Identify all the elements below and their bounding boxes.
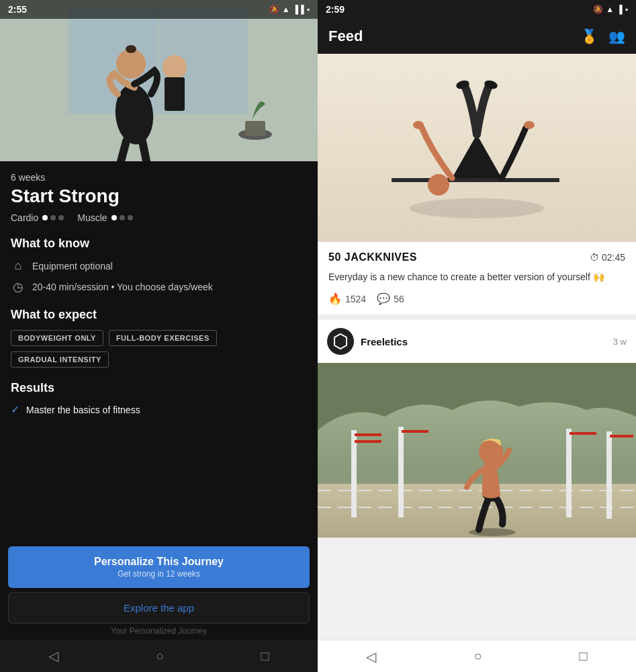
feed-divider [318,314,636,320]
workout-name: 50 JACKKNIVES [328,251,417,263]
svg-rect-30 [566,429,572,517]
what-to-expect-title: What to expect [11,308,307,322]
cardio-label: Cardio [11,212,38,223]
clock-icon: ◷ [11,280,26,294]
what-to-know-title: What to know [11,237,307,251]
tag-gradual: GRADUAL INTENSITY [11,351,109,368]
journey-hint: Your Personalized Journey [8,624,310,640]
workout-description: Everyday is a new chance to create a bet… [328,270,625,284]
svg-point-15 [428,174,449,196]
left-bottom-nav: ◁ ○ □ [0,640,318,672]
right-status-bar: 2:59 🔕 ▲ ▐ ▪ [318,0,636,19]
feed-scroll[interactable]: 50 JACKKNIVES ⏱ 02:45 Everyday is a new … [318,54,636,640]
workout-card: 50 JACKKNIVES ⏱ 02:45 Everyday is a new … [318,242,636,314]
feed-hero-placeholder [318,54,636,242]
comment-icon: 💬 [377,292,390,305]
medal-icon[interactable]: 🏅 [581,28,598,44]
svg-rect-33 [610,435,633,437]
explore-button[interactable]: Explore the app [8,592,310,624]
post-card: Freeletics 3 w [318,320,636,538]
what-to-expect-section: What to expect BODYWEIGHT ONLY FULL-BODY… [11,308,307,368]
svg-rect-29 [402,430,428,433]
svg-rect-31 [570,432,596,435]
nav-home-icon[interactable]: ○ [156,648,164,664]
post-image [318,363,636,538]
cardio-dot-2 [50,215,56,220]
left-status-icons: 🔕 ▲ ▐▐ ▪ [269,5,310,14]
explore-button-label: Explore the app [124,602,194,614]
battery-icon: ▪ [307,5,310,14]
workout-time-value: 02:45 [602,252,625,263]
right-status-time: 2:59 [326,4,345,15]
tag-fullbody: FULL-BODY EXERCISES [109,330,217,346]
stat-likes[interactable]: 🔥 1524 [328,292,366,305]
what-to-know-section: What to know ⌂ Equipment optional ◷ 20-4… [11,237,307,294]
workout-card-header: 50 JACKKNIVES ⏱ 02:45 [328,251,625,263]
muscle-label: Muscle [77,212,107,223]
equipment-text: Equipment optional [32,261,113,271]
svg-rect-28 [398,427,404,517]
right-notification-icon: 🔕 [593,5,603,14]
right-bottom-nav: ◁ ○ □ [318,640,636,672]
fire-icon: 🔥 [328,292,342,305]
tags-container: BODYWEIGHT ONLY FULL-BODY EXERCISES GRAD… [11,330,307,368]
left-hero-placeholder [0,0,318,161]
duration-text: 20-40 min/session • You choose days/week [32,282,213,292]
personalize-button-sublabel: Get strong in 12 weeks [17,569,300,579]
signal-icon: ▐▐ [293,5,304,14]
weeks-label: 6 weeks [11,172,307,183]
right-nav-home-icon[interactable]: ○ [473,648,482,664]
personalize-button[interactable]: Personalize This Journey Get strong in 1… [8,546,310,588]
svg-rect-26 [355,433,381,436]
result-item-1: ✓ Master the basics of fitness [11,403,307,416]
post-header: Freeletics 3 w [318,320,636,363]
right-nav-back-icon[interactable]: ◁ [366,648,376,665]
left-status-bar: 2:55 🔕 ▲ ▐▐ ▪ [0,0,318,19]
svg-point-18 [413,121,424,129]
svg-rect-25 [351,430,357,517]
program-title: Start Strong [11,185,307,207]
svg-rect-11 [165,77,185,111]
equipment-item: ⌂ Equipment optional [11,259,307,273]
svg-point-10 [163,55,187,79]
right-status-icons: 🔕 ▲ ▐ ▪ [593,5,628,14]
left-content: 6 weeks Start Strong Cardio Muscle [0,161,318,541]
results-section: Results ✓ Master the basics of fitness [11,381,307,416]
muscle-dots [111,215,133,220]
duration-item: ◷ 20-40 min/session • You choose days/we… [11,280,307,294]
workout-time: ⏱ 02:45 [590,252,625,263]
right-nav-recent-icon[interactable]: □ [579,648,587,664]
bottom-buttons: Personalize This Journey Get strong in 1… [0,541,318,640]
nav-recent-icon[interactable]: □ [261,648,269,664]
right-signal-icon: ▐ [617,5,623,14]
svg-rect-32 [606,431,612,519]
tag-bodyweight: BODYWEIGHT ONLY [11,330,103,346]
intensity-row: Cardio Muscle [11,212,307,223]
svg-point-13 [410,198,544,218]
stat-comments[interactable]: 💬 56 [377,292,404,305]
post-avatar [327,328,354,355]
svg-rect-6 [245,121,265,136]
post-username[interactable]: Freeletics [361,336,613,347]
workout-stats: 🔥 1524 💬 56 [328,292,625,305]
nav-back-icon[interactable]: ◁ [48,648,58,664]
left-status-time: 2:55 [8,4,27,15]
right-wifi-icon: ▲ [606,5,614,14]
left-hero-image [0,0,318,161]
muscle-dot-2 [120,215,125,220]
cardio-dot-3 [58,215,64,220]
muscle-intensity: Muscle [77,212,132,223]
cardio-dots [42,215,64,220]
likes-count: 1524 [345,294,366,304]
post-img-placeholder [318,363,636,538]
personalize-button-label: Personalize This Journey [17,556,300,568]
notification-icon: 🔕 [269,5,279,14]
muscle-dot-1 [111,215,117,220]
right-panel: 2:59 🔕 ▲ ▐ ▪ Feed 🏅 👥 [318,0,636,672]
people-icon[interactable]: 👥 [608,28,625,44]
cardio-dot-1 [42,215,48,220]
cardio-intensity: Cardio [11,212,64,223]
svg-rect-14 [392,178,559,182]
home-icon: ⌂ [11,259,26,273]
left-panel: 2:55 🔕 ▲ ▐▐ ▪ [0,0,318,672]
